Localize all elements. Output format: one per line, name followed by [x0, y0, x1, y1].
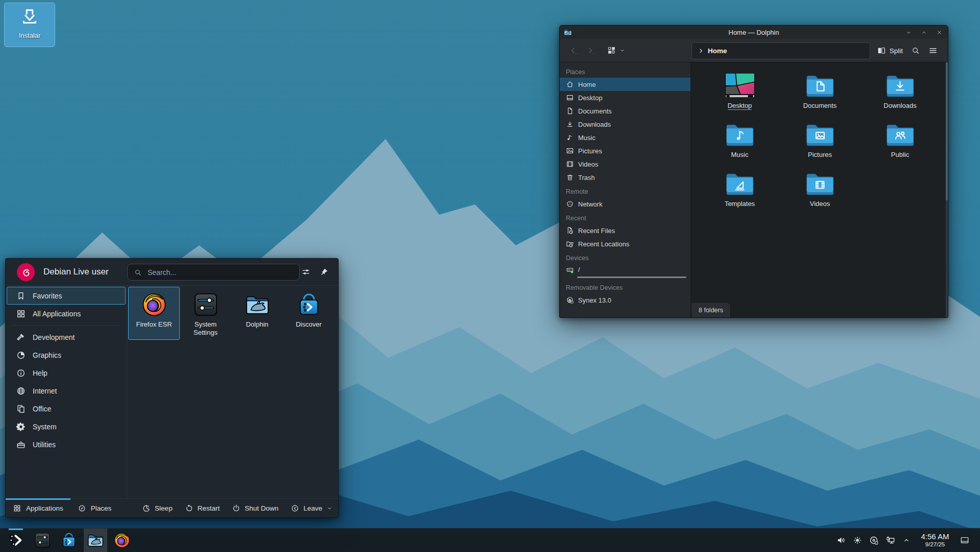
places-item-synex-13-0[interactable]: Synex 13.0: [560, 293, 690, 307]
search-field[interactable]: [127, 264, 300, 281]
folder-item-videos[interactable]: Videos: [780, 169, 860, 218]
eject-icon[interactable]: [566, 296, 573, 304]
search-input[interactable]: [147, 268, 274, 277]
chevron-down-icon: [326, 505, 333, 512]
action-label: Sleep: [155, 504, 173, 512]
hamburger-menu-icon[interactable]: [928, 46, 938, 55]
sidebar-item-system[interactable]: System: [7, 418, 126, 435]
places-item-recent-locations[interactable]: Recent Locations: [560, 237, 690, 250]
folder-clock-icon: [566, 240, 574, 248]
favorite-item-firefox-esr[interactable]: Firefox ESR: [128, 287, 180, 340]
places-item-downloads[interactable]: Downloads: [560, 118, 690, 131]
location-bar[interactable]: Home: [691, 42, 870, 59]
folder-item-desktop[interactable]: Desktop: [700, 71, 780, 120]
favorite-item-label: Discover: [285, 320, 332, 329]
favorite-item-discover[interactable]: Discover: [283, 287, 334, 340]
sidebar-item-help[interactable]: Help: [7, 364, 126, 382]
footer-tab-label: Places: [91, 504, 112, 512]
firefox-icon: [114, 532, 130, 548]
taskbar-discover[interactable]: [57, 528, 81, 552]
document-clock-icon: [566, 226, 574, 235]
forward-button[interactable]: [585, 45, 595, 56]
restart-button[interactable]: Restart: [185, 504, 220, 513]
places-item-trash[interactable]: Trash: [560, 171, 690, 184]
internet-globe-icon: [16, 386, 26, 396]
favorite-item-dolphin[interactable]: Dolphin: [231, 287, 283, 340]
places-item-label: Home: [578, 81, 596, 88]
sidebar-item-utilities[interactable]: Utilities: [7, 435, 126, 453]
taskbar-firefox[interactable]: [110, 528, 134, 552]
sidebar-item-development[interactable]: Development: [7, 328, 126, 346]
places-item-documents[interactable]: Documents: [560, 104, 690, 118]
places-item-music[interactable]: Music: [560, 131, 690, 144]
folder-item-label: Videos: [810, 200, 830, 208]
apps-grid-icon: [13, 504, 21, 513]
kickoff-footer: ApplicationsPlaces SleepRestartShut Down…: [6, 498, 338, 517]
shutdown-icon: [232, 504, 241, 513]
folder-view[interactable]: DesktopDocumentsDownloadsMusicPicturesPu…: [691, 62, 948, 317]
application-launcher-menu: Debian Live user FavoritesAll Applicatio…: [5, 258, 339, 518]
brightness-icon[interactable]: [852, 535, 863, 545]
avatar[interactable]: [17, 263, 35, 281]
pin-icon[interactable]: [320, 267, 329, 277]
clock[interactable]: 4:56 AM 9/27/25: [918, 533, 952, 548]
footer-tab-applications[interactable]: Applications: [6, 499, 70, 518]
desktop-shortcut-installer[interactable]: Instalar: [4, 3, 55, 47]
split-label: Split: [890, 47, 903, 55]
show-desktop-icon[interactable]: [960, 535, 970, 545]
folder-item-label: Templates: [725, 200, 755, 208]
footer-tab-places[interactable]: Places: [70, 499, 119, 518]
view-mode-grid-icon: [607, 45, 616, 55]
network-globe-icon: [566, 200, 574, 208]
sidebar-item-office[interactable]: Office: [7, 400, 126, 418]
folder-item-music[interactable]: Music: [700, 120, 780, 169]
leave-button[interactable]: Leave: [291, 504, 333, 513]
music-icon: [566, 133, 574, 142]
optical-disc-icon[interactable]: [869, 535, 879, 545]
folder-item-pictures[interactable]: Pictures: [780, 120, 860, 169]
breadcrumb[interactable]: Home: [708, 47, 727, 55]
taskbar-dolphin[interactable]: [84, 528, 107, 552]
clock-date: 9/27/25: [918, 541, 952, 548]
folder-item-downloads[interactable]: Downloads: [860, 71, 940, 120]
places-item-videos[interactable]: Videos: [560, 157, 690, 171]
configure-sliders-icon[interactable]: [301, 267, 310, 277]
favorites-grid: Firefox ESRSystem SettingsDolphinDiscove…: [128, 287, 334, 340]
folder-item-public[interactable]: Public: [860, 120, 940, 169]
window-maximize-button[interactable]: [921, 29, 927, 36]
folder-icon-film: [805, 171, 834, 196]
status-bar: 8 folders: [691, 302, 731, 317]
sidebar-item-graphics[interactable]: Graphics: [7, 346, 126, 364]
view-mode-button[interactable]: [607, 45, 626, 55]
taskbar-system-settings[interactable]: [31, 528, 54, 552]
folder-item-templates[interactable]: Templates: [700, 169, 780, 218]
places-item--[interactable]: /: [560, 264, 690, 280]
favorite-item-label: System Settings: [182, 320, 229, 336]
toolbox-icon: [16, 440, 26, 450]
search-icon[interactable]: [911, 46, 920, 55]
sidebar-item-internet[interactable]: Internet: [7, 382, 126, 400]
caret-up-icon[interactable]: [902, 536, 911, 544]
places-item-desktop[interactable]: Desktop: [560, 91, 690, 104]
taskbar-app-launcher[interactable]: [4, 528, 28, 552]
split-button[interactable]: Split: [877, 46, 903, 55]
places-item-pictures[interactable]: Pictures: [560, 144, 690, 157]
shut-down-button[interactable]: Shut Down: [232, 504, 278, 513]
places-item-network[interactable]: Network: [560, 197, 690, 211]
folder-item-documents[interactable]: Documents: [780, 71, 860, 120]
places-item-recent-files[interactable]: Recent Files: [560, 224, 690, 237]
sidebar-item-favorites[interactable]: Favorites: [7, 287, 126, 305]
back-button[interactable]: [568, 45, 578, 56]
window-close-button[interactable]: [936, 29, 943, 36]
places-item-home[interactable]: Home: [560, 78, 690, 91]
sleep-button[interactable]: Sleep: [142, 504, 173, 513]
scrollbar[interactable]: [946, 62, 948, 317]
chevron-down-icon: [905, 29, 912, 36]
favorite-item-system-settings[interactable]: System Settings: [180, 287, 231, 340]
dolphin-titlebar[interactable]: Home — Dolphin: [560, 26, 948, 39]
places-section-header: Recent: [560, 211, 690, 224]
audio-volume-icon[interactable]: [836, 535, 846, 545]
sidebar-item-all-applications[interactable]: All Applications: [7, 305, 126, 323]
network-wired-icon[interactable]: [885, 535, 896, 545]
window-minimize-button[interactable]: [905, 29, 912, 36]
